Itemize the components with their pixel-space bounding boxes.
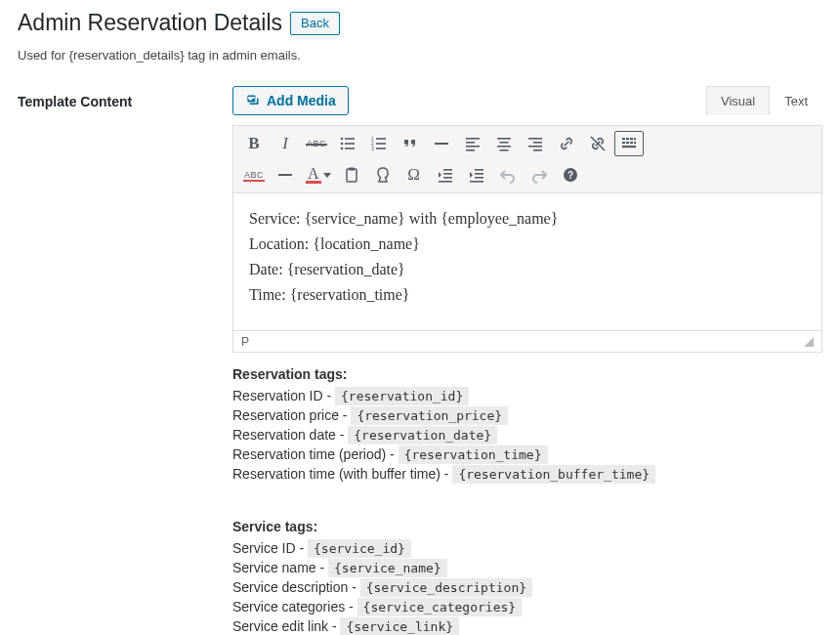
special-character-button[interactable]: Ω bbox=[399, 161, 429, 189]
svg-rect-9 bbox=[376, 143, 386, 145]
svg-rect-18 bbox=[500, 142, 509, 144]
svg-rect-33 bbox=[634, 142, 636, 144]
tag-code: {reservation_time} bbox=[399, 445, 548, 464]
svg-rect-12 bbox=[435, 143, 448, 145]
tag-row: Reservation ID - {reservation_id} bbox=[232, 388, 822, 403]
svg-rect-23 bbox=[528, 146, 542, 148]
svg-point-0 bbox=[341, 138, 344, 141]
svg-rect-21 bbox=[528, 138, 542, 140]
align-left-button[interactable] bbox=[458, 130, 487, 157]
tag-code: {reservation_buffer_time} bbox=[452, 465, 655, 484]
svg-rect-41 bbox=[439, 181, 452, 183]
svg-rect-40 bbox=[443, 177, 452, 179]
tag-row: Reservation time (with buffer time) - {r… bbox=[232, 466, 822, 482]
tag-row: Reservation price - {reservation_price} bbox=[232, 407, 822, 423]
tag-code: {service_link} bbox=[340, 617, 459, 635]
service-tags-block: Service tags: Service ID - {service_id} … bbox=[232, 519, 822, 634]
content-line: Location: {location_name} bbox=[249, 233, 806, 256]
svg-rect-35 bbox=[278, 174, 292, 176]
justify-button[interactable] bbox=[271, 161, 300, 189]
svg-rect-3 bbox=[345, 143, 355, 145]
page-title: Admin Reservation Details Back bbox=[18, 10, 822, 36]
italic-button[interactable]: I bbox=[271, 130, 300, 157]
tab-visual[interactable]: Visual bbox=[706, 86, 770, 115]
tag-row: Reservation date - {reservation_date} bbox=[232, 427, 822, 443]
editor-wrap: B I ABC 123 ABC A bbox=[232, 125, 822, 353]
svg-point-2 bbox=[341, 143, 344, 146]
svg-rect-43 bbox=[475, 173, 483, 175]
numbered-list-button[interactable]: 123 bbox=[364, 130, 394, 157]
paste-button[interactable] bbox=[337, 161, 366, 189]
back-button[interactable]: Back bbox=[290, 12, 340, 35]
svg-text:?: ? bbox=[567, 170, 573, 181]
undo-button[interactable] bbox=[493, 161, 523, 189]
svg-rect-29 bbox=[634, 138, 636, 140]
status-path: P bbox=[241, 335, 249, 349]
text-color-button[interactable]: A bbox=[302, 161, 335, 189]
tab-text[interactable]: Text bbox=[770, 86, 822, 115]
underline-button[interactable]: ABC bbox=[239, 161, 269, 189]
editor-content[interactable]: Service: {service_name} with {employee_n… bbox=[233, 193, 821, 330]
svg-rect-7 bbox=[376, 138, 386, 140]
horizontal-rule-button[interactable] bbox=[427, 130, 456, 157]
tag-code: {reservation_date} bbox=[348, 426, 497, 444]
svg-rect-45 bbox=[470, 181, 483, 183]
reservation-tags-block: Reservation tags: Reservation ID - {rese… bbox=[232, 366, 822, 482]
bulleted-list-button[interactable] bbox=[333, 130, 362, 157]
align-center-button[interactable] bbox=[489, 130, 519, 157]
tag-row: Service ID - {service_id} bbox=[232, 540, 822, 556]
svg-rect-15 bbox=[466, 146, 480, 148]
svg-rect-1 bbox=[345, 138, 355, 140]
svg-rect-14 bbox=[466, 142, 475, 144]
template-content-label: Template Content bbox=[18, 86, 232, 109]
media-icon bbox=[245, 93, 261, 108]
tag-row: Service name - {service_name} bbox=[232, 560, 822, 575]
svg-rect-32 bbox=[630, 142, 633, 144]
svg-rect-19 bbox=[497, 146, 511, 148]
svg-rect-39 bbox=[443, 173, 452, 175]
svg-rect-24 bbox=[533, 149, 542, 151]
content-line: Date: {reservation_date} bbox=[249, 258, 806, 281]
link-button[interactable] bbox=[552, 130, 581, 157]
page-subtitle: Used for {reservation_details} tag in ad… bbox=[18, 48, 822, 63]
resize-grip[interactable] bbox=[804, 337, 814, 347]
toolbar-toggle-button[interactable] bbox=[614, 131, 644, 156]
outdent-button[interactable] bbox=[431, 161, 460, 189]
unlink-button[interactable] bbox=[583, 130, 612, 157]
tag-code: {service_name} bbox=[328, 559, 447, 577]
clear-formatting-button[interactable] bbox=[368, 161, 398, 189]
svg-rect-30 bbox=[622, 142, 625, 144]
add-media-label: Add Media bbox=[267, 93, 336, 108]
svg-rect-42 bbox=[475, 169, 483, 171]
strikethrough-button[interactable]: ABC bbox=[302, 130, 331, 157]
svg-point-4 bbox=[341, 148, 344, 150]
indent-button[interactable] bbox=[462, 161, 491, 189]
help-button[interactable]: ? bbox=[556, 161, 585, 189]
template-content-row: Template Content Add Media Visual Text B… bbox=[18, 86, 822, 635]
tag-code: {reservation_id} bbox=[335, 387, 469, 405]
add-media-button[interactable]: Add Media bbox=[232, 86, 349, 115]
svg-rect-38 bbox=[443, 169, 452, 171]
tag-row: Service edit link - {service_link} bbox=[232, 618, 822, 634]
redo-button[interactable] bbox=[525, 161, 554, 189]
editor-tabs: Visual Text bbox=[706, 86, 822, 115]
page-title-text: Admin Reservation Details bbox=[18, 10, 282, 36]
svg-rect-17 bbox=[497, 138, 511, 140]
tag-row: Reservation time (period) - {reservation… bbox=[232, 446, 822, 462]
content-line: Service: {service_name} with {employee_n… bbox=[249, 207, 806, 231]
svg-rect-44 bbox=[475, 177, 483, 179]
tag-code: {service_categories} bbox=[357, 598, 523, 616]
bold-button[interactable]: B bbox=[239, 130, 269, 157]
editor-status-bar: P bbox=[233, 330, 821, 352]
svg-text:3: 3 bbox=[371, 146, 374, 151]
align-right-button[interactable] bbox=[521, 130, 550, 157]
blockquote-button[interactable] bbox=[396, 130, 425, 157]
svg-rect-13 bbox=[466, 138, 480, 140]
svg-rect-26 bbox=[622, 138, 625, 140]
svg-rect-16 bbox=[466, 149, 475, 151]
content-line: Time: {reservation_time} bbox=[249, 283, 806, 307]
svg-rect-28 bbox=[630, 138, 633, 140]
svg-rect-36 bbox=[347, 169, 357, 182]
service-tags-heading: Service tags: bbox=[232, 519, 822, 534]
svg-rect-31 bbox=[626, 142, 629, 144]
